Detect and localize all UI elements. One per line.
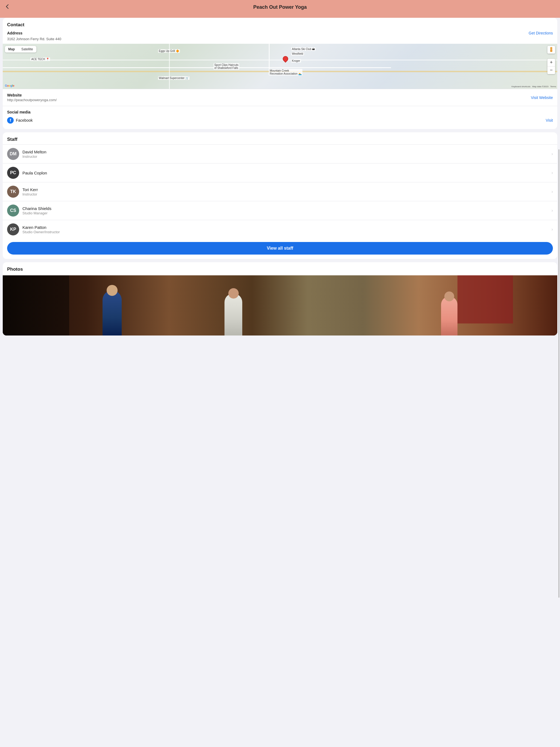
staff-name: Tori Kerr: [22, 187, 552, 192]
svg-rect-1: [550, 49, 552, 52]
address-row: Address Get Directions: [7, 31, 553, 35]
street-view-icon[interactable]: [548, 46, 555, 54]
address-value: 3162 Johnson Ferry Rd. Suite 440: [7, 37, 553, 41]
staff-item[interactable]: DMDavid MeltonInstructor›: [3, 145, 557, 163]
staff-info: David MeltonInstructor: [22, 150, 552, 159]
get-directions-link[interactable]: Get Directions: [529, 31, 553, 35]
staff-info: Tori KerrInstructor: [22, 187, 552, 196]
map-label-kroger: Kroger: [291, 59, 301, 62]
contact-title: Contact: [7, 22, 553, 28]
staff-title: Staff: [3, 132, 557, 145]
staff-role: Studio Manager: [22, 211, 552, 215]
staff-name: David Melton: [22, 150, 552, 154]
website-url: http://peachoutpoweryoga.com/: [7, 97, 57, 102]
back-button[interactable]: [4, 4, 10, 11]
view-all-staff-button[interactable]: View all staff: [7, 242, 553, 255]
chevron-right-icon: ›: [552, 189, 553, 194]
person-1-silhouette: [103, 290, 122, 335]
staff-name: Charina Shields: [22, 206, 552, 211]
map-tab-satellite[interactable]: Satellite: [18, 46, 36, 52]
map-attribution: Keyboard shortcuts Map data ©2023 Terms: [512, 85, 556, 88]
header: Peach Out Power Yoga: [0, 0, 560, 15]
map-label-sport: Sport Clips Haircutsof Shallowford Falls: [213, 63, 239, 70]
content-wrapper: Contact Address Get Directions 3162 John…: [0, 18, 560, 747]
map-tab-map[interactable]: Map: [5, 46, 18, 52]
staff-role: Instructor: [22, 154, 552, 159]
photos-title: Photos: [3, 262, 557, 275]
chevron-right-icon: ›: [552, 170, 553, 175]
photos-card: Photos: [3, 262, 557, 335]
person-2-silhouette: [225, 293, 242, 335]
social-facebook: f Facebook: [7, 117, 32, 124]
chevron-right-icon: ›: [552, 227, 553, 232]
map-label-westfield: Westfield: [291, 52, 304, 55]
contact-section: Contact Address Get Directions 3162 John…: [3, 18, 557, 41]
map-road-1: [3, 67, 391, 68]
staff-avatar: DM: [7, 148, 19, 160]
staff-avatar: PC: [7, 167, 19, 179]
map-road-5: [3, 60, 557, 60]
map-zoom-out[interactable]: −: [548, 67, 555, 74]
photo-container: [3, 275, 557, 335]
chevron-right-icon: ›: [552, 152, 553, 156]
staff-info: Paula Coplon: [22, 171, 552, 175]
page-title: Peach Out Power Yoga: [253, 4, 307, 10]
staff-item[interactable]: KPKaren PattonStudio Owner/Instructor›: [3, 220, 557, 239]
website-row: Website http://peachoutpoweryoga.com/ Vi…: [3, 89, 557, 106]
social-facebook-row: f Facebook Visit: [7, 117, 553, 127]
facebook-visit-link[interactable]: Visit: [546, 118, 553, 123]
map-tabs: Map Satellite: [5, 46, 36, 52]
staff-item[interactable]: CSCharina ShieldsStudio Manager›: [3, 201, 557, 220]
website-label: Website: [7, 93, 57, 97]
social-section: Social media f Facebook Visit: [3, 106, 557, 129]
staff-role: Instructor: [22, 192, 552, 196]
staff-item[interactable]: TKTori KerrInstructor›: [3, 182, 557, 201]
staff-info: Charina ShieldsStudio Manager: [22, 206, 552, 215]
staff-item[interactable]: PCPaula Coplon›: [3, 163, 557, 182]
staff-card: Staff DMDavid MeltonInstructor›PCPaula C…: [3, 132, 557, 259]
yoga-photo: [3, 275, 557, 335]
contact-card: Contact Address Get Directions 3162 John…: [3, 18, 557, 129]
map-label-eggs: Eggs Up Grill 🔶: [158, 49, 180, 53]
scrollbar[interactable]: [558, 149, 559, 597]
staff-name: Karen Patton: [22, 225, 552, 230]
staff-name: Paula Coplon: [22, 171, 552, 175]
photo-bg-left: [3, 275, 69, 335]
social-media-label: Social media: [7, 110, 553, 114]
map-bg: Westfield Atlanta Ski Club 🏔 Eggs Up Gri…: [3, 44, 557, 89]
staff-role: Studio Owner/Instructor: [22, 230, 552, 234]
staff-avatar: KP: [7, 223, 19, 235]
address-label: Address: [7, 31, 22, 35]
facebook-icon: f: [7, 117, 14, 124]
map-pin: [283, 56, 288, 62]
chevron-right-icon: ›: [552, 208, 553, 213]
staff-info: Karen PattonStudio Owner/Instructor: [22, 225, 552, 234]
staff-avatar: CS: [7, 205, 19, 216]
map-zoom-in[interactable]: +: [548, 59, 555, 67]
photo-red-element: [457, 275, 513, 324]
visit-website-link[interactable]: Visit Website: [531, 96, 553, 100]
google-logo: Google: [5, 84, 14, 87]
map-container[interactable]: Westfield Atlanta Ski Club 🏔 Eggs Up Gri…: [3, 44, 557, 89]
staff-list: DMDavid MeltonInstructor›PCPaula Coplon›…: [3, 145, 557, 239]
map-label-walmart: Walmart Supercenter 🛒: [158, 76, 189, 80]
facebook-label: Facebook: [16, 118, 32, 123]
svg-point-0: [550, 47, 552, 49]
map-label-mountain: Mountain CreekRecreation Association 🏊: [269, 69, 302, 75]
map-label-ace: ACE TECH 📍: [30, 57, 50, 61]
person-3-silhouette: [441, 297, 457, 335]
map-road-3: [269, 44, 270, 71]
website-info: Website http://peachoutpoweryoga.com/: [7, 93, 57, 102]
map-zoom-controls: + −: [548, 59, 555, 74]
staff-avatar: TK: [7, 186, 19, 198]
map-label-ski: Atlanta Ski Club 🏔: [291, 47, 316, 51]
